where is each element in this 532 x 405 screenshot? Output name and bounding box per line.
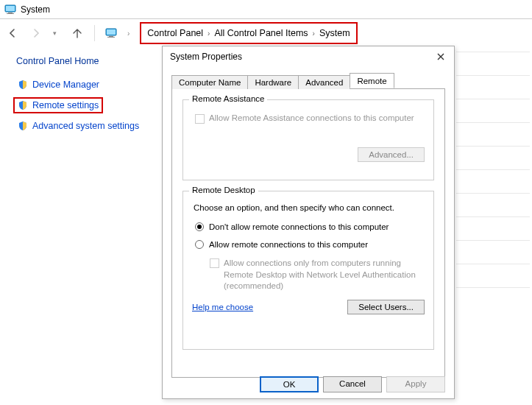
sidebar-item-label: Advanced system settings [32, 121, 139, 131]
svg-rect-1 [6, 6, 15, 11]
chevron-right-icon: › [313, 29, 315, 38]
chevron-right-icon: › [127, 29, 130, 38]
select-users-button[interactable]: Select Users... [347, 300, 425, 314]
svg-rect-6 [109, 36, 113, 37]
checkbox-allow-remote-assistance: Allow Remote Assistance connections to t… [195, 113, 425, 124]
remote-desktop-intro: Choose an option, and then specify who c… [194, 203, 425, 212]
tab-remote[interactable]: Remote [350, 73, 394, 88]
breadcrumb-item-system[interactable]: System [319, 28, 350, 38]
help-me-choose-link[interactable]: Help me choose [192, 303, 253, 311]
background-lines [456, 52, 530, 311]
checkbox-icon [210, 258, 219, 268]
window-title: System [21, 4, 50, 15]
radio-dont-allow[interactable]: Don't allow remote connections to this c… [195, 222, 425, 231]
radio-label: Don't allow remote connections to this c… [209, 222, 389, 231]
tab-strip: Computer Name Hardware Advanced Remote [171, 73, 445, 89]
dialog-titlebar: System Properties [163, 46, 454, 67]
tab-computer-name[interactable]: Computer Name [171, 75, 248, 89]
radio-label: Allow remote connections to this compute… [209, 240, 368, 249]
group-legend: Remote Assistance [189, 94, 267, 103]
group-legend: Remote Desktop [189, 186, 258, 194]
checkbox-label: Allow connections only from computers ru… [224, 258, 425, 292]
svg-rect-7 [107, 37, 115, 38]
nav-history-dropdown[interactable]: ▾ [53, 29, 60, 37]
shield-icon [18, 80, 28, 90]
dialog-button-row: OK Cancel Apply [260, 376, 445, 392]
close-icon [436, 52, 445, 61]
sidebar-item-device-manager[interactable]: Device Manager [18, 80, 151, 90]
shield-icon [18, 100, 28, 110]
svg-rect-5 [107, 29, 116, 35]
group-remote-desktop: Remote Desktop Choose an option, and the… [182, 191, 434, 350]
nav-separator [94, 25, 95, 41]
apply-button: Apply [386, 376, 445, 392]
tab-advanced[interactable]: Advanced [298, 75, 350, 89]
cancel-button[interactable]: Cancel [323, 376, 382, 392]
group-remote-assistance: Remote Assistance Allow Remote Assistanc… [182, 99, 434, 180]
sidebar-item-remote-settings[interactable]: Remote settings [13, 97, 103, 113]
sidebar-item-label: Device Manager [32, 80, 99, 90]
close-button[interactable] [435, 51, 447, 63]
sidebar-item-advanced-settings[interactable]: Advanced system settings [18, 121, 151, 131]
radio-allow[interactable]: Allow remote connections to this compute… [195, 240, 425, 249]
svg-rect-2 [8, 13, 13, 13]
address-bar-icon [105, 27, 117, 39]
system-icon [4, 4, 16, 15]
sidebar: Control Panel Home Device Manager Remote… [0, 47, 158, 146]
control-panel-home-link[interactable]: Control Panel Home [16, 56, 151, 66]
chevron-right-icon: › [208, 29, 210, 38]
radio-icon [195, 240, 204, 249]
tab-hardware[interactable]: Hardware [247, 75, 299, 89]
window-titlebar: System [0, 0, 532, 19]
nav-back-button[interactable] [6, 27, 19, 40]
nav-forward-button[interactable] [29, 27, 43, 40]
dialog-title: System Properties [170, 52, 242, 62]
sidebar-item-label: Remote settings [32, 100, 99, 110]
checkbox-icon [195, 114, 205, 124]
breadcrumb-item-all-items[interactable]: All Control Panel Items [214, 28, 308, 38]
tab-page-remote: Remote Assistance Allow Remote Assistanc… [171, 89, 445, 378]
breadcrumb-item-control-panel[interactable]: Control Panel [147, 28, 203, 38]
checkbox-nla: Allow connections only from computers ru… [210, 258, 425, 292]
radio-icon [195, 222, 204, 231]
svg-rect-3 [7, 13, 14, 14]
nav-toolbar: ▾ › Control Panel › All Control Panel It… [0, 19, 532, 47]
system-properties-dialog: System Properties Computer Name Hardware… [162, 46, 455, 399]
advanced-button: Advanced... [358, 147, 425, 162]
checkbox-label: Allow Remote Assistance connections to t… [209, 113, 414, 122]
breadcrumb[interactable]: Control Panel › All Control Panel Items … [140, 22, 357, 44]
nav-up-button[interactable] [71, 27, 84, 40]
shield-icon [18, 121, 28, 131]
ok-button[interactable]: OK [260, 376, 319, 392]
